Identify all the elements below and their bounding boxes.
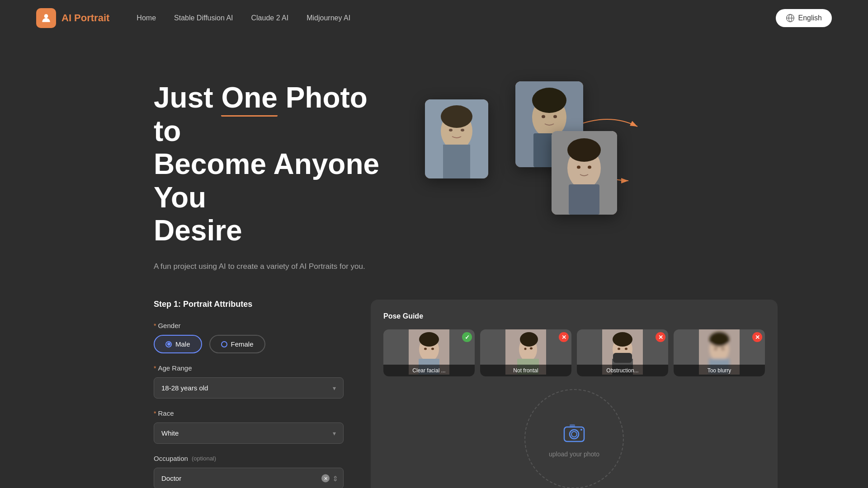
pose-badge-x-2: ✕ xyxy=(656,332,665,342)
pose-card-clear-facial: ✓ Clear facial ... xyxy=(383,329,475,376)
occupation-input-wrapper: ✕ ⇕ xyxy=(154,468,344,488)
hero-text: Just One Photo to Become Anyone You Desi… xyxy=(154,72,389,272)
hero-result-face-2 xyxy=(552,131,617,215)
svg-point-9 xyxy=(441,105,472,128)
svg-point-29 xyxy=(431,348,434,350)
occupation-label-text: Occupation xyxy=(154,455,188,462)
svg-point-28 xyxy=(424,348,427,350)
svg-point-10 xyxy=(449,129,453,131)
pose-card-obstruction: ✕ Obstruction... xyxy=(577,329,668,376)
step-title: Step 1: Portrait Attributes xyxy=(154,300,344,309)
upload-area[interactable]: upload your photo xyxy=(524,389,624,488)
nav-item-stable-diffusion[interactable]: Stable Diffusion AI xyxy=(174,14,233,22)
svg-point-46 xyxy=(709,332,729,347)
pose-badge-check: ✓ xyxy=(462,332,472,342)
gender-required-mark: * xyxy=(154,322,156,329)
upload-text: upload your photo xyxy=(549,450,599,458)
svg-point-35 xyxy=(530,347,533,350)
navbar: AI Portrait Home Stable Diffusion AI Cla… xyxy=(0,0,868,36)
svg-rect-20 xyxy=(569,184,599,215)
svg-point-33 xyxy=(520,332,538,347)
svg-point-42 xyxy=(625,348,627,350)
logo[interactable]: AI Portrait xyxy=(36,8,109,28)
nav-links: Home Stable Diffusion AI Claude 2 AI Mid… xyxy=(137,14,350,22)
svg-point-51 xyxy=(571,432,577,437)
age-range-label: * Age Range xyxy=(154,364,344,372)
globe-icon xyxy=(786,14,795,23)
pose-guide-title: Pose Guide xyxy=(383,312,765,320)
svg-point-39 xyxy=(613,332,632,347)
gender-male-label: Male xyxy=(175,340,190,348)
svg-rect-40 xyxy=(613,353,632,363)
gender-label: * Gender xyxy=(154,322,344,329)
svg-point-41 xyxy=(618,348,620,350)
race-required-mark: * xyxy=(154,410,156,417)
hero-face-1-svg xyxy=(425,99,488,178)
hero-section: Just One Photo to Become Anyone You Desi… xyxy=(0,36,868,300)
occupation-input-controls: ✕ ⇕ xyxy=(321,474,338,483)
pose-label-blurry: Too blurry xyxy=(674,365,765,376)
pose-examples: ✓ Clear facial ... ✕ Not frontal xyxy=(383,329,765,376)
svg-point-34 xyxy=(524,348,527,350)
pose-label-clear: Clear facial ... xyxy=(383,365,475,376)
language-button[interactable]: English xyxy=(776,9,832,27)
gender-female-label: Female xyxy=(231,340,254,348)
race-value: White xyxy=(161,429,179,437)
svg-rect-52 xyxy=(570,424,575,427)
age-range-label-text: Age Range xyxy=(158,364,192,372)
occupation-input[interactable] xyxy=(154,468,344,488)
svg-point-11 xyxy=(461,129,464,131)
race-label: * Race xyxy=(154,409,344,417)
gender-options: Male Female xyxy=(154,335,344,353)
language-label: English xyxy=(798,14,822,22)
occupation-field-group: Occupation (optional) ✕ ⇕ xyxy=(154,455,344,488)
camera-icon xyxy=(561,420,587,445)
gender-male-radio xyxy=(165,341,172,347)
pose-guide-section: Pose Guide ✓ Clear facial ... xyxy=(371,300,778,488)
form-section: Step 1: Portrait Attributes * Gender Mal… xyxy=(154,300,344,488)
pose-card-too-blurry: ✕ Too blurry xyxy=(674,329,765,376)
svg-point-15 xyxy=(532,88,566,113)
age-required-mark: * xyxy=(154,365,156,372)
logo-text: AI Portrait xyxy=(61,12,109,24)
age-range-value: 18-28 years old xyxy=(161,384,208,392)
svg-point-47 xyxy=(714,348,717,350)
nav-link-home[interactable]: Home xyxy=(137,14,156,22)
nav-link-midjourney[interactable]: Midjourney AI xyxy=(307,14,350,22)
gender-label-text: Gender xyxy=(158,322,180,329)
pose-badge-x-3: ✕ xyxy=(752,332,762,342)
svg-point-27 xyxy=(419,332,439,347)
svg-point-17 xyxy=(553,115,557,118)
nav-link-claude[interactable]: Claude 2 AI xyxy=(251,14,289,22)
nav-link-stable-diffusion[interactable]: Stable Diffusion AI xyxy=(174,14,233,22)
race-label-text: Race xyxy=(158,409,174,417)
navbar-left: AI Portrait Home Stable Diffusion AI Cla… xyxy=(36,8,350,28)
age-range-field-group: * Age Range 18-28 years old ▾ xyxy=(154,364,344,399)
occupation-optional-text: (optional) xyxy=(192,455,216,462)
pose-badge-x-1: ✕ xyxy=(559,332,569,342)
pose-label-obstruction: Obstruction... xyxy=(577,365,668,376)
occupation-clear-button[interactable]: ✕ xyxy=(321,474,330,483)
hero-subtitle: A fun project using AI to create a varie… xyxy=(154,260,389,272)
age-range-select[interactable]: 18-28 years old ▾ xyxy=(154,377,344,399)
nav-item-home[interactable]: Home xyxy=(137,14,156,22)
gender-female-radio xyxy=(221,341,227,347)
gender-male-button[interactable]: Male xyxy=(154,335,202,353)
svg-point-48 xyxy=(722,348,724,350)
svg-point-53 xyxy=(580,429,582,431)
svg-point-21 xyxy=(567,138,601,162)
svg-point-22 xyxy=(577,166,580,169)
race-select[interactable]: White ▾ xyxy=(154,422,344,444)
race-field-group: * Race White ▾ xyxy=(154,409,344,444)
logo-icon xyxy=(36,8,56,28)
gender-female-button[interactable]: Female xyxy=(209,335,265,353)
svg-rect-8 xyxy=(443,145,470,178)
svg-point-0 xyxy=(44,14,48,18)
occupation-stepper-icon: ⇕ xyxy=(332,474,338,483)
nav-item-midjourney[interactable]: Midjourney AI xyxy=(307,14,350,22)
nav-item-claude[interactable]: Claude 2 AI xyxy=(251,14,289,22)
svg-point-16 xyxy=(542,115,545,118)
pose-card-not-frontal: ✕ Not frontal xyxy=(480,329,571,376)
hero-face-3-svg xyxy=(552,131,617,215)
hero-title: Just One Photo to Become Anyone You Desi… xyxy=(154,81,389,248)
